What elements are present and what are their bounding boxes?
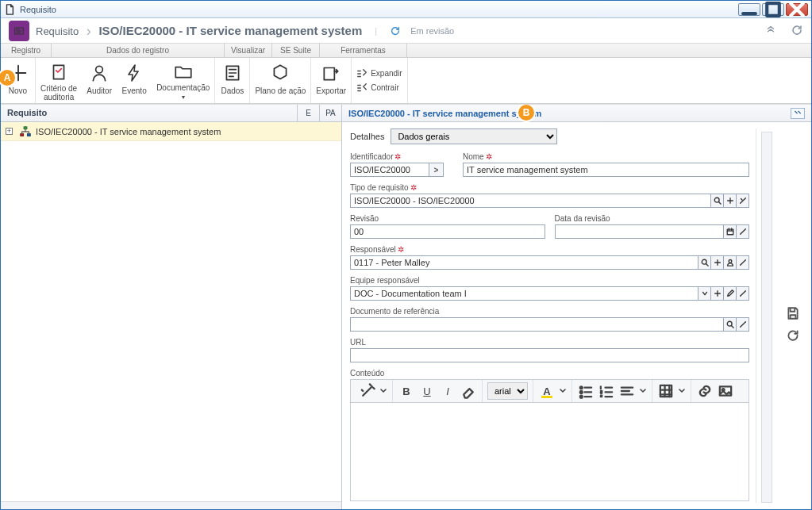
align-dropdown[interactable] — [639, 382, 647, 400]
refresh-icon[interactable] — [786, 328, 800, 343]
details-select[interactable]: Dados gerais — [391, 128, 557, 144]
refresh-icon — [390, 25, 401, 36]
underline-button[interactable]: U — [418, 382, 436, 400]
revision-input[interactable] — [350, 224, 545, 239]
table-dropdown[interactable] — [678, 382, 686, 400]
auditor-button[interactable]: Auditor — [82, 58, 117, 103]
left-header-title: Requisito — [1, 105, 297, 121]
right-title-text: ISO/IEC20000 - IT service management sys… — [348, 109, 541, 118]
refdoc-label: Documento de referência — [350, 307, 749, 316]
tree: + ISO/IEC20000 - IT service management s… — [1, 122, 341, 501]
clear-icon[interactable] — [737, 255, 749, 270]
reload-icon[interactable] — [791, 24, 803, 38]
action-plan-button[interactable]: Plano de ação — [250, 58, 311, 103]
breadcrumb-root[interactable]: Requisito — [36, 25, 79, 37]
refdoc-input[interactable] — [350, 317, 724, 332]
reqtype-input[interactable] — [350, 194, 711, 208]
align-icon[interactable] — [618, 382, 636, 400]
svg-point-15 — [580, 396, 583, 398]
search-icon[interactable] — [724, 317, 737, 332]
tab-visualizar[interactable]: Visualizar — [225, 44, 272, 57]
expand-icon — [356, 68, 368, 79]
minimize-button[interactable] — [738, 3, 760, 16]
header: Requisito › ISO/IEC20000 - IT service ma… — [1, 18, 811, 44]
svg-point-2 — [96, 66, 103, 73]
tree-expand-icon[interactable]: + — [6, 128, 13, 135]
clear-icon[interactable] — [737, 317, 749, 332]
team-input[interactable] — [350, 286, 698, 301]
export-icon — [321, 61, 341, 85]
name-input[interactable] — [463, 163, 749, 177]
event-button[interactable]: Evento — [117, 58, 152, 103]
calendar-icon[interactable] — [724, 224, 737, 239]
responsible-input[interactable] — [350, 255, 698, 270]
vertical-scrollbar[interactable] — [761, 132, 772, 503]
col-header-pa[interactable]: PA — [319, 105, 341, 121]
folder-attach-icon — [173, 61, 194, 82]
clipboard-check-icon — [48, 61, 69, 82]
tab-dados-registro[interactable]: Dados do registro — [52, 44, 225, 57]
revision-label: Revisão — [350, 214, 545, 223]
clear-icon[interactable] — [737, 194, 749, 208]
identifier-lookup-button[interactable]: > — [429, 163, 444, 177]
marker-a: A — [0, 70, 15, 86]
font-select[interactable]: arial — [487, 382, 528, 400]
eraser-icon[interactable] — [460, 382, 477, 400]
expand-all-button[interactable]: Expandir — [356, 68, 402, 79]
url-input[interactable] — [350, 348, 749, 362]
export-button[interactable]: Exportar — [311, 58, 351, 103]
action-tools — [783, 128, 803, 503]
required-icon: ✲ — [398, 245, 404, 254]
tab-registro[interactable]: Registro — [1, 44, 52, 57]
identifier-input[interactable] — [350, 163, 429, 177]
font-color-button[interactable]: A — [538, 382, 556, 400]
person-icon[interactable] — [724, 255, 737, 270]
edit-icon[interactable] — [724, 286, 737, 301]
col-header-e[interactable]: E — [297, 105, 319, 121]
save-icon[interactable] — [786, 306, 800, 320]
maximize-button[interactable] — [762, 3, 784, 16]
search-icon[interactable] — [711, 194, 724, 208]
main-split: Requisito E PA + ISO/IEC20000 - IT servi… — [1, 104, 811, 509]
revdate-label: Data da revisão — [555, 214, 750, 223]
horizontal-scrollbar[interactable] — [1, 501, 341, 509]
content-label: Conteúdo — [350, 369, 749, 378]
app-window: Requisito Requisito › ISO/IEC20000 - IT … — [0, 0, 812, 510]
audit-criteria-button[interactable]: Critério de auditoria — [36, 58, 82, 103]
add-icon[interactable] — [711, 255, 724, 270]
window-title: Requisito — [20, 5, 56, 14]
add-icon[interactable] — [711, 286, 724, 301]
documentation-button[interactable]: Documentação▾ — [152, 58, 215, 103]
bold-button[interactable]: B — [398, 382, 415, 400]
responsible-label: Responsável✲ — [350, 245, 749, 254]
hierarchy-icon — [20, 126, 31, 137]
marker-b: B — [518, 105, 534, 121]
revdate-input[interactable] — [555, 224, 725, 239]
image-icon[interactable] — [717, 382, 734, 400]
data-button[interactable]: Dados — [215, 58, 250, 103]
number-list-icon[interactable] — [598, 382, 615, 400]
collapse-up-icon[interactable] — [765, 25, 776, 37]
table-icon[interactable] — [657, 382, 675, 400]
link-icon[interactable] — [696, 382, 714, 400]
dropdown-icon[interactable] — [698, 286, 711, 301]
clear-icon[interactable] — [737, 286, 749, 301]
collapse-all-button[interactable]: Contrair — [356, 82, 402, 94]
font-color-dropdown[interactable] — [559, 382, 567, 400]
tab-sesuite[interactable]: SE Suite — [272, 44, 320, 57]
expand-panel-button[interactable] — [791, 108, 805, 119]
team-label: Equipe responsável — [350, 276, 749, 285]
editor-body[interactable] — [350, 403, 749, 501]
tree-node[interactable]: + ISO/IEC20000 - IT service management s… — [1, 122, 341, 141]
bullet-list-icon[interactable] — [577, 382, 595, 400]
tab-ferramentas[interactable]: Ferramentas — [320, 44, 407, 57]
details-label: Detalhes — [350, 132, 384, 141]
add-icon[interactable] — [724, 194, 737, 208]
close-button[interactable] — [786, 3, 808, 16]
magic-dropdown[interactable] — [379, 382, 387, 400]
search-icon[interactable] — [698, 255, 711, 270]
clear-icon[interactable] — [737, 224, 749, 239]
italic-button[interactable]: I — [439, 382, 456, 400]
magic-icon[interactable] — [359, 382, 376, 400]
right-pane: ISO/IEC20000 - IT service management sys… — [342, 105, 811, 509]
